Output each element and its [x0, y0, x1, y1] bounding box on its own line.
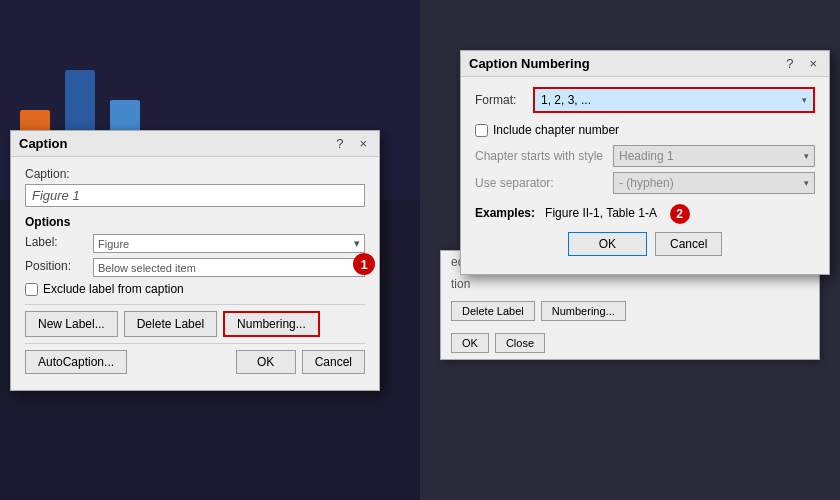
bg-btn-row-2: OK Close: [441, 327, 819, 359]
caption-help-button[interactable]: ?: [332, 136, 347, 151]
chapter-starts-label: Chapter starts with style: [475, 149, 605, 163]
chapter-section: Include chapter number Chapter starts wi…: [475, 123, 815, 194]
position-select[interactable]: Below selected item ▾: [93, 258, 365, 277]
label-select[interactable]: Figure ▾: [93, 234, 365, 253]
exclude-label-checkbox[interactable]: [25, 283, 38, 296]
step-1-badge: 1: [353, 253, 375, 275]
step-2-badge: 2: [670, 204, 690, 224]
caption-dialog-content: Caption: Figure 1 Options Label: Figure …: [11, 157, 379, 390]
include-chapter-row: Include chapter number: [475, 123, 815, 137]
options-section-label: Options: [25, 215, 365, 229]
chapter-chevron-icon: ▾: [804, 151, 809, 161]
examples-label: Examples:: [475, 206, 535, 220]
use-separator-row: Use separator: - (hyphen) ▾: [475, 172, 815, 194]
middle-btn-row: New Label... Delete Label Numbering...: [25, 311, 365, 337]
chapter-starts-row: Chapter starts with style Heading 1 ▾: [475, 145, 815, 167]
position-field-label: Position:: [25, 259, 85, 273]
numbering-help-button[interactable]: ?: [782, 56, 797, 71]
label-field-label: Label:: [25, 235, 85, 249]
include-chapter-checkbox[interactable]: [475, 124, 488, 137]
format-select[interactable]: 1, 2, 3, ... ▾: [533, 87, 815, 113]
use-separator-select: - (hyphen) ▾: [613, 172, 815, 194]
examples-row: Examples: Figure II-1, Table 1-A 2: [475, 204, 815, 224]
numbering-dialog-titlebar: Caption Numbering ? ×: [461, 51, 829, 77]
bottom-btn-row: AutoCaption... OK Cancel: [25, 350, 365, 380]
label-option-row: Label: Figure ▾: [25, 234, 365, 253]
exclude-label-text: Exclude label from caption: [43, 282, 184, 296]
format-label: Format:: [475, 93, 525, 107]
delete-label-button[interactable]: Delete Label: [124, 311, 217, 337]
bg-ok-button[interactable]: OK: [451, 333, 489, 353]
numbering-dialog: Caption Numbering ? × Format: 1, 2, 3, .…: [460, 50, 830, 275]
format-row: Format: 1, 2, 3, ... ▾: [475, 87, 815, 113]
numbering-ok-button[interactable]: OK: [568, 232, 647, 256]
bg-delete-label-button[interactable]: Delete Label: [451, 301, 535, 321]
bg-close-button[interactable]: Close: [495, 333, 545, 353]
separator-chevron-icon: ▾: [804, 178, 809, 188]
bg-btn-row-1: Delete Label Numbering...: [441, 295, 819, 327]
include-chapter-label: Include chapter number: [493, 123, 619, 137]
numbering-cancel-button[interactable]: Cancel: [655, 232, 722, 256]
chapter-starts-select: Heading 1 ▾: [613, 145, 815, 167]
examples-value: Figure II-1, Table 1-A: [545, 206, 656, 220]
caption-dialog: Caption ? × Caption: Figure 1 Options La…: [10, 130, 380, 391]
titlebar-controls: ? ×: [332, 136, 371, 151]
numbering-titlebar-controls: ? ×: [782, 56, 821, 71]
numbering-ok-cancel-row: OK Cancel: [475, 232, 815, 264]
caption-dialog-titlebar: Caption ? ×: [11, 131, 379, 157]
label-chevron-icon: ▾: [354, 237, 360, 250]
caption-ok-button[interactable]: OK: [236, 350, 296, 374]
caption-field-label: Caption:: [25, 167, 365, 181]
bg-numbering-button[interactable]: Numbering...: [541, 301, 626, 321]
autocaption-button[interactable]: AutoCaption...: [25, 350, 127, 374]
right-panel: ed item tion Delete Label Numbering... O…: [420, 0, 840, 500]
bg-row-2: tion: [441, 273, 819, 295]
divider-2: [25, 343, 365, 344]
numbering-dialog-content: Format: 1, 2, 3, ... ▾ Include chapter n…: [461, 77, 829, 274]
format-chevron-icon: ▾: [802, 95, 807, 105]
caption-cancel-button[interactable]: Cancel: [302, 350, 365, 374]
left-panel: Caption ? × Caption: Figure 1 Options La…: [0, 0, 420, 500]
caption-close-button[interactable]: ×: [355, 136, 371, 151]
position-option-row: Position: Below selected item ▾ 1: [25, 258, 365, 277]
new-label-button[interactable]: New Label...: [25, 311, 118, 337]
divider-1: [25, 304, 365, 305]
exclude-label-row: Exclude label from caption: [25, 282, 365, 296]
use-separator-label: Use separator:: [475, 176, 605, 190]
caption-text-input[interactable]: Figure 1: [25, 184, 365, 207]
numbering-dialog-title: Caption Numbering: [469, 56, 590, 71]
numbering-button[interactable]: Numbering...: [223, 311, 320, 337]
caption-dialog-title: Caption: [19, 136, 67, 151]
numbering-close-button[interactable]: ×: [805, 56, 821, 71]
